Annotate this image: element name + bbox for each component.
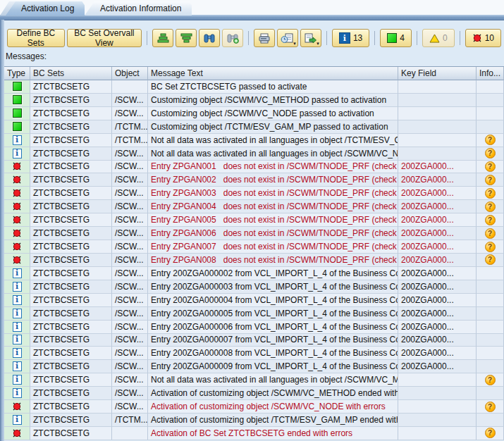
info-cell: ? [477, 427, 504, 440]
column-header-object[interactable]: Object [112, 67, 148, 80]
question-icon[interactable]: ? [485, 175, 496, 185]
column-header-message-text[interactable]: Message Text [148, 67, 398, 80]
table-row[interactable]: iZTCTBCSETG/SCW...Activation of customiz… [4, 387, 504, 400]
question-icon[interactable]: ? [485, 148, 496, 159]
print-icon [258, 33, 271, 44]
error-count: 10 [485, 33, 494, 43]
table-row[interactable]: iZTCTBCSETG/SCW...Entry 200ZGA000005 fro… [4, 307, 504, 321]
question-icon[interactable]: ? [485, 402, 496, 412]
message-cell: Customizing object /SCWM/VC_NODE passed … [148, 107, 398, 120]
bc-set-cell: ZTCTBCSETG [30, 107, 112, 120]
info-cell: ? [477, 200, 504, 213]
bc-set-cell: ZTCTBCSETG [30, 347, 112, 360]
key-field-cell: 200ZGA000... [398, 240, 477, 254]
table-row[interactable]: ZTCTBCSETGActivation of BC Set ZTCTBCSET… [4, 427, 504, 440]
message-cell: Activation of customizing object /SCWM/V… [148, 387, 398, 400]
sort-descending-button[interactable] [176, 29, 197, 47]
bc-set-cell: ZTCTBCSETG [30, 94, 112, 107]
table-row[interactable]: iZTCTBCSETG/SCW...Not all data was activ… [4, 373, 504, 387]
table-row[interactable]: ZTCTBCSETG/SCW...Entry ZPGAN008 does not… [4, 254, 504, 267]
question-icon[interactable]: ? [485, 228, 496, 239]
table-row[interactable]: iZTCTBCSETG/TCTM...Activation of customi… [4, 414, 504, 427]
sort-ascending-button[interactable] [152, 29, 173, 47]
object-cell: /TCTM... [112, 414, 148, 427]
info-icon: i [13, 348, 22, 358]
table-row[interactable]: ZTCTBCSETGBC Set ZTCTBCSETG passed to ac… [4, 80, 504, 94]
key-field-cell [398, 120, 477, 134]
table-row[interactable]: ZTCTBCSETG/SCW...Entry ZPGAN006 does not… [4, 227, 504, 240]
object-cell: /SCW... [112, 107, 148, 120]
warning-count-button[interactable]: 0 [422, 29, 455, 47]
table-row[interactable]: ZTCTBCSETG/SCW...Entry ZPGAN001 does not… [4, 161, 504, 174]
success-icon [13, 108, 22, 118]
table-row[interactable]: iZTCTBCSETG/SCW...Entry 200ZGA000006 fro… [4, 321, 504, 334]
print-button[interactable] [254, 29, 275, 47]
table-row[interactable]: ZTCTBCSETG/SCW...Customizing object /SCW… [4, 107, 504, 120]
table-row[interactable]: iZTCTBCSETG/SCW...Entry 200ZGA000002 fro… [4, 267, 504, 280]
key-field-cell: 200ZGA000... [398, 254, 477, 267]
error-icon [12, 215, 22, 225]
table-row[interactable]: ZTCTBCSETG/SCW...Entry ZPGAN005 does not… [4, 213, 504, 227]
bc-set-overall-view-button[interactable]: BC Set Overvall View [67, 29, 142, 47]
question-icon[interactable]: ? [485, 375, 496, 385]
key-field-cell: 200ZGA000... [398, 213, 477, 227]
info-cell: ? [477, 173, 504, 187]
info-count-button[interactable]: i 13 [332, 29, 369, 47]
question-icon[interactable]: ? [485, 215, 496, 225]
message-cell: Entry ZPGAN007 does not exist in /SCWM/T… [148, 240, 398, 254]
error-icon [12, 242, 22, 251]
column-header-key-field[interactable]: Key Field [398, 67, 477, 80]
table-row[interactable]: iZTCTBCSETG/SCW...Entry 200ZGA000008 fro… [4, 347, 504, 360]
info-cell [477, 280, 504, 294]
table-row[interactable]: ZTCTBCSETG/TCTM...Customizing object /TC… [4, 120, 504, 134]
success-count-button[interactable]: 4 [380, 29, 412, 47]
bc-set-cell: ZTCTBCSETG [30, 387, 112, 400]
table-row[interactable]: iZTCTBCSETG/SCW...Entry 200ZGA000009 fro… [4, 360, 504, 373]
question-icon[interactable]: ? [485, 161, 496, 172]
info-cell [477, 387, 504, 400]
find-next-button[interactable] [222, 29, 243, 47]
question-icon[interactable]: ? [485, 188, 496, 199]
table-row[interactable]: iZTCTBCSETG/SCW...Entry 200ZGA000004 fro… [4, 294, 504, 307]
bc-set-cell: ZTCTBCSETG [30, 334, 112, 347]
question-icon[interactable]: ? [485, 201, 496, 212]
info-cell [477, 94, 504, 107]
table-row[interactable]: iZTCTBCSETG/SCW...Not all data was activ… [4, 147, 504, 161]
table-row[interactable]: iZTCTBCSETG/SCW...Entry 200ZGA000007 fro… [4, 334, 504, 347]
column-header-bc-sets[interactable]: BC Sets [30, 67, 112, 80]
bc-set-cell: ZTCTBCSETG [30, 134, 112, 147]
info-cell: ? [477, 213, 504, 227]
question-icon[interactable]: ? [485, 254, 496, 265]
error-count-button[interactable]: 10 [465, 29, 501, 47]
column-header-info[interactable]: Info... [477, 67, 504, 80]
question-icon[interactable]: ? [485, 135, 496, 145]
table-row[interactable]: ZTCTBCSETG/SCW...Entry ZPGAN004 does not… [4, 200, 504, 213]
find-button[interactable] [199, 29, 220, 47]
table-row[interactable]: ZTCTBCSETG/SCW...Activation of customizi… [4, 400, 504, 414]
table-row[interactable]: ZTCTBCSETG/SCW...Entry ZPGAN002 does not… [4, 173, 504, 187]
key-field-cell: 200ZGA000... [398, 360, 477, 373]
define-bc-sets-button[interactable]: Define BC Sets [7, 29, 65, 47]
key-field-cell [398, 373, 477, 387]
object-cell: /SCW... [112, 187, 148, 200]
export-button[interactable]: ▼ [300, 29, 321, 47]
key-field-cell: 200ZGA000... [398, 227, 477, 240]
object-cell: /SCW... [112, 294, 148, 307]
info-cell: ? [477, 161, 504, 174]
info-cell: ? [477, 134, 504, 147]
table-row[interactable]: iZTCTBCSETG/SCW...Entry 200ZGA000003 fro… [4, 280, 504, 294]
bc-set-cell: ZTCTBCSETG [30, 227, 112, 240]
display-list-button[interactable]: ▼ [277, 29, 298, 47]
question-icon[interactable]: ? [485, 428, 496, 438]
table-row[interactable]: ZTCTBCSETG/SCW...Entry ZPGAN003 does not… [4, 187, 504, 200]
type-cell: i [4, 414, 30, 427]
question-icon[interactable]: ? [485, 242, 496, 252]
type-cell [4, 400, 30, 414]
bc-set-cell: ZTCTBCSETG [30, 187, 112, 200]
column-header-type[interactable]: Type [4, 67, 30, 80]
table-row[interactable]: ZTCTBCSETG/SCW...Customizing object /SCW… [4, 94, 504, 107]
tab-activation-information[interactable]: Activation Information [85, 1, 192, 15]
table-row[interactable]: iZTCTBCSETG/TCTM...Not all data was acti… [4, 134, 504, 147]
table-row[interactable]: ZTCTBCSETG/SCW...Entry ZPGAN007 does not… [4, 240, 504, 254]
tab-activation-log[interactable]: Activation Log [6, 1, 85, 15]
